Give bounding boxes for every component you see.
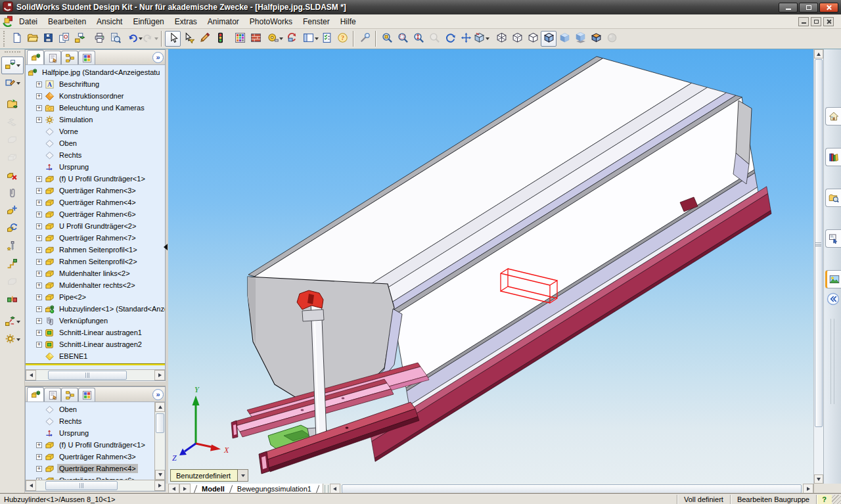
scroll-track[interactable] — [340, 484, 803, 494]
scroll-thumb[interactable] — [156, 413, 164, 433]
tree-item-konstruktionsordner[interactable]: Konstruktionsordner — [26, 90, 165, 102]
tree-item-ursprung[interactable]: Ursprung — [26, 161, 165, 173]
window-maximize-button[interactable] — [799, 3, 818, 12]
expand-plus-icon[interactable] — [36, 271, 42, 277]
rollback-bar[interactable] — [26, 363, 165, 365]
zoom-to-fit-button[interactable] — [379, 31, 395, 47]
doc-tab-bewegungssimulation1[interactable]: Bewegungssimulation1 — [233, 485, 315, 493]
toolbar-grip[interactable] — [3, 31, 7, 47]
tree-item-querträger-rahmen-3[interactable]: Querträger Rahmen<3> — [26, 451, 154, 463]
quick-tips-help-button[interactable]: ? — [816, 495, 832, 504]
expand-plus-icon[interactable] — [36, 259, 42, 265]
configurationmanager-tab[interactable] — [61, 51, 78, 64]
dropdown-arrow-icon[interactable] — [16, 321, 20, 323]
tree-item-ursprung[interactable]: Ursprung — [26, 427, 154, 439]
menu-extras[interactable]: Extras — [170, 16, 202, 28]
edit-texture-button[interactable] — [248, 31, 263, 47]
expand-plus-icon[interactable] — [36, 247, 42, 253]
tab-scroll-left-button[interactable] — [168, 484, 179, 493]
panel-vertical-scrollbar[interactable] — [154, 402, 165, 480]
tree-item-oben[interactable]: Oben — [26, 137, 165, 149]
scroll-down-button[interactable] — [814, 474, 823, 484]
featuremanager-tab[interactable] — [27, 50, 44, 64]
expand-plus-icon[interactable] — [36, 81, 42, 87]
interference-detection-button[interactable] — [1, 291, 24, 309]
view-orientation-dropdown[interactable]: Benutzerdefiniert — [170, 469, 248, 482]
tree-item-rahmen-seitenprofil-2[interactable]: Rahmen Seitenprofil<2> — [26, 256, 165, 267]
scroll-thumb[interactable] — [342, 484, 802, 493]
scroll-right-button[interactable] — [154, 480, 165, 491]
tree-item-rechts[interactable]: Rechts — [26, 415, 154, 427]
tree-item-halfpipe-jpg-standard-anzeigestatu[interactable]: Halfpipe.jpg (Standard<Anzeigestatu — [26, 66, 165, 78]
dropdown-arrow-icon[interactable] — [16, 82, 20, 85]
menu-fenster[interactable]: Fenster — [298, 16, 335, 28]
graphics-viewport[interactable]: Y X Z Benutzerdefiniert — [168, 49, 813, 484]
viewport-layout-button[interactable] — [303, 31, 319, 47]
scroll-track[interactable] — [36, 480, 154, 491]
scroll-up-button[interactable] — [814, 49, 823, 58]
menu-bearbeiten[interactable]: Bearbeiten — [43, 16, 91, 28]
scroll-thumb[interactable] — [45, 481, 118, 490]
rotate-component-button[interactable] — [1, 220, 24, 238]
expand-plus-icon[interactable] — [36, 212, 42, 218]
open-document-button[interactable] — [24, 31, 40, 47]
expand-plus-icon[interactable] — [36, 117, 42, 123]
tree-item-f-u-profil-grundträger-1[interactable]: (f) U Profil Grundträger<1> — [26, 439, 154, 451]
tree-item-ebene1[interactable]: EBENE1 — [26, 350, 165, 362]
scroll-thumb[interactable] — [48, 371, 127, 380]
mass-properties-button[interactable] — [283, 31, 299, 47]
propertymanager-tab[interactable] — [44, 388, 61, 401]
insert-from-file-button[interactable] — [1, 96, 24, 114]
physical-simulation-button[interactable] — [1, 331, 24, 348]
tree-item-hubzuylinder-1-standard-anze[interactable]: Hubzuylinder<1> (Standard<Anze — [26, 303, 165, 315]
shaded-with-edges-button[interactable] — [541, 31, 557, 47]
window-minimize-button[interactable] — [779, 3, 798, 12]
panel-horizontal-scrollbar[interactable] — [26, 480, 165, 491]
shadows-in-shaded-mode-button[interactable] — [572, 31, 588, 47]
expand-plus-icon[interactable] — [36, 93, 42, 99]
scrollbar-split-grip[interactable] — [815, 242, 821, 246]
featuremanager-tab[interactable] — [27, 387, 44, 401]
help-button[interactable]: ? — [334, 31, 350, 47]
view-wand-button[interactable] — [357, 31, 373, 47]
layout-sketch-button[interactable] — [1, 74, 24, 92]
propertymanager-tab[interactable] — [44, 51, 61, 64]
tree-item-u-profil-grundträger-2[interactable]: U Profil Grundträger<2> — [26, 220, 165, 232]
tree-item-querträger-rahmen-4[interactable]: Querträger Rahmen<4> — [26, 463, 154, 474]
expand-plus-icon[interactable] — [36, 342, 42, 348]
viewport-vertical-scrollbar[interactable] — [813, 49, 823, 484]
tree-item-vorne[interactable]: Vorne — [26, 126, 165, 137]
menu-einfügen[interactable]: Einfügen — [127, 16, 169, 28]
menu-animator[interactable]: Animator — [202, 16, 244, 28]
expand-plus-icon[interactable] — [36, 330, 42, 336]
rebuild-button[interactable] — [212, 31, 228, 47]
resources-tab[interactable] — [825, 107, 841, 126]
panel-splitter[interactable] — [25, 381, 166, 386]
viewport-horizontal-scrollbar[interactable] — [323, 484, 813, 494]
tree-item-querträger-rahmen-7[interactable]: Querträger Rahmen<7> — [26, 232, 165, 244]
tree-item-schnitt-linear-austragen1[interactable]: Schnitt-Linear austragen1 — [26, 327, 165, 338]
tree-item-querträger-rahmen-3[interactable]: Querträger Rahmen<3> — [26, 185, 165, 196]
design-checker-button[interactable] — [319, 31, 334, 47]
tab-scroll-right-button[interactable] — [179, 484, 191, 493]
expand-plus-icon[interactable] — [36, 283, 42, 288]
view-orientation-value[interactable]: Benutzerdefiniert — [170, 469, 238, 482]
file-explorer-tab[interactable] — [825, 189, 841, 207]
window-close-button[interactable] — [819, 3, 838, 12]
task-pane-grip[interactable] — [830, 319, 834, 404]
expand-plus-icon[interactable] — [36, 200, 42, 206]
expand-plus-icon[interactable] — [36, 105, 42, 111]
appearances-tab[interactable] — [825, 270, 841, 288]
menu-ansicht[interactable]: Ansicht — [91, 16, 127, 28]
displaymanager-tab[interactable] — [78, 51, 95, 64]
scroll-left-button[interactable] — [26, 480, 36, 491]
replace-components-button[interactable] — [1, 256, 24, 273]
scroll-right-button[interactable] — [803, 484, 813, 494]
pan-view-button[interactable] — [458, 31, 474, 47]
selection-filter-button[interactable] — [181, 31, 196, 47]
hide-show-component-button[interactable] — [1, 167, 24, 185]
mate-button[interactable] — [1, 185, 24, 202]
document-close-button[interactable] — [823, 17, 834, 26]
scrollbar-split-grip[interactable] — [325, 485, 329, 493]
tree-item-pipe-2[interactable]: Pipe<2> — [26, 291, 165, 303]
